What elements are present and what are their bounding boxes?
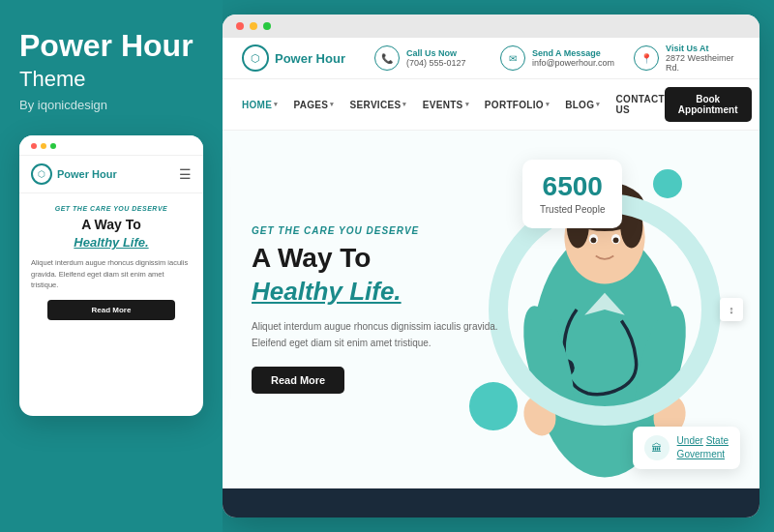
location-icon: 📍 [634,45,659,71]
logo-icon: ⬡ [242,44,269,72]
nav-item-blog[interactable]: BLOG ▾ [565,100,600,110]
stats-number: 6500 [540,173,605,200]
chevron-down-icon: ▾ [546,101,550,108]
mobile-main-title: A Way To [31,216,192,233]
mobile-read-more-button[interactable]: Read More [47,300,176,320]
badge-text: Under State Goverment [677,434,729,461]
message-value: info@powerhour.com [532,58,614,68]
dark-bottom-bar [223,488,759,517]
mobile-card-header [19,135,203,156]
book-appointment-button[interactable]: Book Appointment [665,87,752,122]
brand-subtitle: Theme [19,67,203,92]
message-text-block: Send A Message info@powerhour.com [532,48,614,68]
email-icon: ✉ [500,45,525,71]
browser-titlebar [223,15,759,38]
mobile-logo-row: ⬡ Power Hour ☰ [19,156,203,193]
chevron-down-icon: ▾ [274,101,278,108]
badge-icon: 🏛 [644,435,670,460]
browser-dot-yellow [250,22,257,30]
message-info: ✉ Send A Message info@powerhour.com [500,45,614,71]
left-panel: Power Hour Theme By iqonicdesign ⬡ Power… [0,0,223,532]
deco-blob-topleft [653,169,682,198]
mobile-preview-card: ⬡ Power Hour ☰ GET THE CARE YOU DESERVE … [19,135,203,416]
phone-icon: 📞 [374,45,400,71]
logo-area: ⬡ Power Hour [242,44,345,72]
mobile-card-body: GET THE CARE YOU DESERVE A Way To Health… [19,193,203,332]
nav-item-pages[interactable]: PAGES ▾ [294,100,335,110]
nav-item-home[interactable]: HOME ▾ [242,100,279,110]
dot-red [31,143,37,149]
visit-info: 📍 Visit Us At 2872 Westheimer Rd. [634,44,740,73]
browser-dot-red [236,22,244,30]
browser-window: ⬡ Power Hour 📞 Call Us Now (704) 555-012… [223,15,759,517]
visit-text-block: Visit Us At 2872 Westheimer Rd. [666,44,740,73]
call-text-block: Call Us Now (704) 555-0127 [406,48,466,68]
nav-item-services[interactable]: SERVICES ▾ [350,100,407,110]
mobile-subtitle-italic: Healthy Life. [31,235,192,250]
top-info-bar: ⬡ Power Hour 📞 Call Us Now (704) 555-012… [223,38,759,79]
stats-label: Trusted People [540,204,605,215]
hero-title-line2: Healthy Life. [252,277,503,307]
message-label: Send A Message [532,48,614,58]
logo-text: Power Hour [275,51,345,66]
mobile-logo-icon: ⬡ [31,163,52,185]
call-value: (704) 555-0127 [406,58,466,68]
chevron-down-icon: ▾ [330,101,334,108]
nav-items: HOME ▾ PAGES ▾ SERVICES ▾ EVENTS ▾ PORTF… [242,94,665,115]
visit-label: Visit Us At [666,44,740,53]
dot-green [50,143,56,149]
nav-item-contact[interactable]: CONTACT US [616,94,665,115]
mobile-desc: Aliquet interdum augue rhoncus dignissim… [31,257,192,290]
hero-content: GET THE CARE YOU DESERVE A Way To Health… [223,206,532,413]
nav-bar: HOME ▾ PAGES ▾ SERVICES ▾ EVENTS ▾ PORTF… [223,79,759,131]
hero-section: GET THE CARE YOU DESERVE A Way To Health… [223,131,759,488]
mobile-logo-text: Power Hour [57,168,117,180]
nav-item-portfolio[interactable]: PORTFOLIO ▾ [485,100,550,110]
dot-yellow [41,143,46,149]
hero-title-line1: A Way To [252,242,503,275]
scroll-icon: ↕ [729,304,734,315]
browser-dot-green [263,22,271,30]
hero-read-more-button[interactable]: Read More [252,367,344,394]
visit-value: 2872 Westheimer Rd. [666,53,740,73]
chevron-down-icon: ▾ [596,101,600,108]
brand-title: Power Hour [19,29,203,63]
chevron-down-icon: ▾ [402,101,406,108]
under-state-badge: 🏛 Under State Goverment [633,427,740,469]
nav-item-events[interactable]: EVENTS ▾ [423,100,469,110]
brand-by: By iqonicdesign [19,98,203,112]
chevron-down-icon: ▾ [465,101,469,108]
hero-sub-heading: GET THE CARE YOU DESERVE [252,225,503,236]
mobile-window-dots [31,143,56,149]
scroll-indicator[interactable]: ↕ [720,298,743,321]
stats-box: 6500 Trusted People [522,160,622,228]
mobile-sub-heading: GET THE CARE YOU DESERVE [31,205,192,212]
hero-description: Aliquet interdum augue rhoncus dignissim… [252,318,503,351]
call-label: Call Us Now [406,48,466,58]
mobile-menu-icon: ☰ [179,166,192,182]
call-info: 📞 Call Us Now (704) 555-0127 [374,45,481,71]
